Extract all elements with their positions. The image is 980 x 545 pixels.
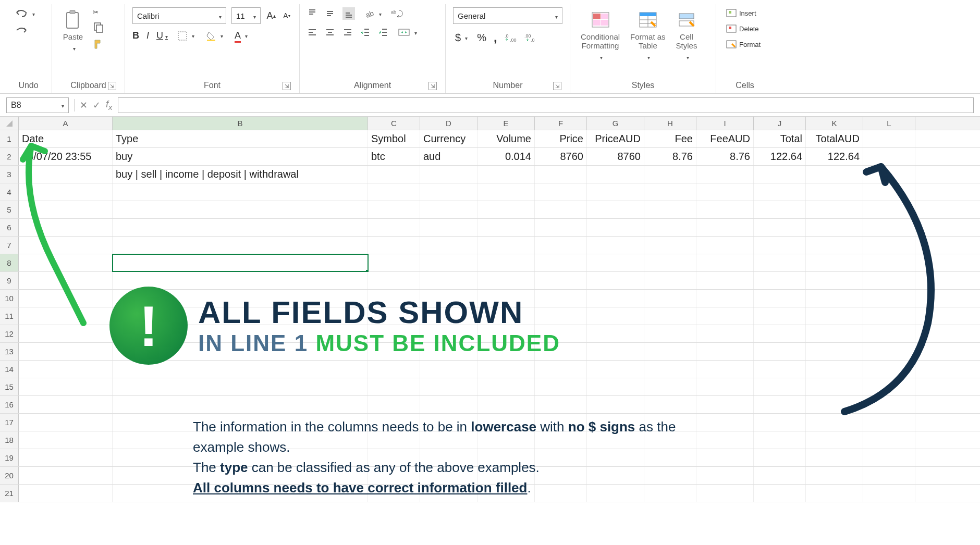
cell[interactable] — [587, 343, 644, 360]
cell[interactable] — [754, 237, 806, 254]
cell[interactable] — [696, 237, 754, 254]
row-header[interactable]: 15 — [0, 378, 19, 395]
row-header[interactable]: 16 — [0, 396, 19, 413]
row-header[interactable]: 5 — [0, 201, 19, 218]
cell[interactable] — [644, 378, 696, 395]
cell[interactable] — [754, 290, 806, 307]
cell[interactable] — [420, 201, 477, 218]
cell[interactable] — [644, 307, 696, 325]
cell[interactable] — [806, 378, 863, 395]
cell[interactable] — [754, 414, 806, 431]
cell[interactable]: 8.76 — [644, 148, 696, 165]
cell[interactable] — [806, 166, 863, 183]
cell[interactable] — [368, 272, 420, 289]
cell[interactable] — [19, 219, 113, 236]
cell[interactable] — [806, 449, 863, 466]
cell[interactable] — [644, 290, 696, 307]
cell[interactable] — [696, 378, 754, 395]
cell[interactable] — [113, 485, 368, 502]
cell[interactable] — [368, 467, 420, 484]
cell[interactable] — [420, 219, 477, 236]
cell[interactable] — [644, 166, 696, 183]
cell[interactable] — [644, 485, 696, 502]
cell[interactable] — [368, 361, 420, 378]
cell[interactable] — [806, 201, 863, 218]
cell[interactable] — [477, 290, 535, 307]
cell[interactable] — [113, 290, 368, 307]
cell[interactable] — [368, 449, 420, 466]
namebox[interactable]: B8 — [6, 97, 69, 113]
cell[interactable] — [863, 361, 915, 378]
align-bottom-icon[interactable] — [342, 7, 355, 20]
fx-icon[interactable]: fx — [106, 99, 113, 112]
row-header[interactable]: 3 — [0, 166, 19, 183]
cell[interactable] — [19, 343, 113, 360]
cell[interactable] — [587, 254, 644, 271]
column-header[interactable]: C — [368, 117, 420, 130]
cell[interactable] — [477, 254, 535, 271]
cell[interactable] — [19, 361, 113, 378]
cell[interactable] — [806, 237, 863, 254]
row-header[interactable]: 4 — [0, 183, 19, 201]
column-header[interactable]: E — [477, 117, 535, 130]
cell[interactable] — [535, 325, 587, 342]
cell[interactable] — [863, 201, 915, 218]
accounting-format-button[interactable]: $ — [453, 31, 470, 45]
cell[interactable] — [644, 467, 696, 484]
cell[interactable] — [368, 201, 420, 218]
cell[interactable] — [587, 431, 644, 449]
cell[interactable] — [587, 307, 644, 325]
cell[interactable] — [863, 130, 915, 147]
row-header[interactable]: 1 — [0, 130, 19, 147]
number-dialog-launcher[interactable]: ⇲ — [553, 82, 561, 90]
cell[interactable] — [535, 254, 587, 271]
cell[interactable] — [420, 431, 477, 449]
align-center-icon[interactable] — [325, 27, 335, 38]
cell[interactable] — [420, 396, 477, 413]
delete-cells-button[interactable]: Delete — [724, 23, 761, 34]
cell[interactable] — [696, 467, 754, 484]
clipboard-dialog-launcher[interactable]: ⇲ — [108, 82, 116, 90]
cell[interactable] — [535, 378, 587, 395]
cell[interactable] — [535, 183, 587, 201]
cell[interactable]: buy — [113, 148, 368, 165]
cell[interactable] — [587, 449, 644, 466]
cell[interactable] — [806, 325, 863, 342]
cell[interactable] — [477, 183, 535, 201]
cell[interactable] — [113, 467, 368, 484]
cell[interactable]: 8760 — [535, 148, 587, 165]
enter-formula-icon[interactable]: ✓ — [93, 100, 101, 111]
cell[interactable] — [535, 467, 587, 484]
formula-input[interactable] — [118, 97, 974, 113]
cell[interactable] — [696, 431, 754, 449]
cell[interactable] — [477, 325, 535, 342]
insert-cells-button[interactable]: Insert — [724, 7, 758, 19]
cell[interactable] — [420, 449, 477, 466]
cell[interactable] — [113, 272, 368, 289]
column-header[interactable]: G — [587, 117, 644, 130]
cell[interactable] — [863, 307, 915, 325]
cell[interactable] — [587, 361, 644, 378]
cell[interactable] — [477, 219, 535, 236]
cell[interactable] — [754, 183, 806, 201]
cell[interactable] — [368, 378, 420, 395]
row-header[interactable]: 8 — [0, 254, 19, 271]
cell[interactable] — [587, 201, 644, 218]
format-painter-button[interactable] — [91, 37, 106, 51]
cell[interactable] — [477, 378, 535, 395]
cell[interactable] — [113, 378, 368, 395]
cell[interactable] — [368, 396, 420, 413]
cell[interactable] — [754, 254, 806, 271]
cell[interactable] — [696, 290, 754, 307]
decrease-decimal-icon[interactable]: .00.0 — [524, 32, 537, 43]
cell[interactable] — [19, 201, 113, 218]
cell[interactable] — [696, 254, 754, 271]
cell[interactable] — [477, 166, 535, 183]
cell[interactable]: PriceAUD — [587, 130, 644, 147]
cell[interactable] — [806, 485, 863, 502]
cell[interactable] — [535, 414, 587, 431]
cell[interactable] — [420, 414, 477, 431]
cell[interactable]: 8.76 — [696, 148, 754, 165]
cell[interactable] — [477, 343, 535, 360]
column-header[interactable]: H — [644, 117, 696, 130]
